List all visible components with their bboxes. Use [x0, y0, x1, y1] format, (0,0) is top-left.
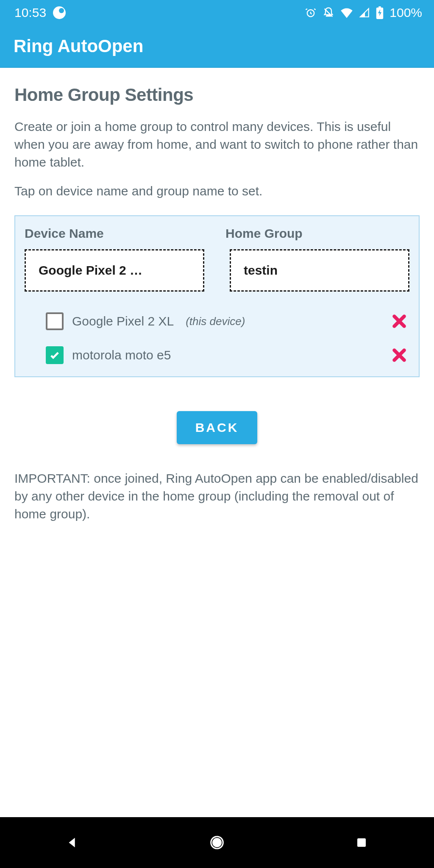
- wifi-icon: [340, 7, 353, 18]
- card-headers: Device Name Home Group: [25, 226, 409, 241]
- back-button[interactable]: BACK: [177, 411, 258, 444]
- status-right: 100%: [305, 6, 422, 20]
- device-hint: (this device): [186, 315, 245, 328]
- intro-paragraph: Create or join a home group to control m…: [14, 118, 420, 171]
- screen: 10:53 100% Ring AutoOpen Home: [0, 0, 434, 868]
- device-name: Google Pixel 2 XL: [72, 314, 174, 328]
- app-title: Ring AutoOpen: [14, 36, 143, 56]
- status-left: 10:53: [14, 6, 66, 20]
- battery-charging-icon: [376, 6, 384, 19]
- svg-point-4: [213, 839, 221, 847]
- important-note: IMPORTANT: once joined, Ring AutoOpen ap…: [14, 470, 420, 523]
- device-name: motorola moto e5: [72, 348, 171, 362]
- device-row: motorola moto e5: [25, 338, 409, 372]
- home-group-input[interactable]: testin: [230, 249, 409, 292]
- content: Home Group Settings Create or join a hom…: [0, 68, 434, 817]
- nav-back-button[interactable]: [64, 834, 81, 851]
- device-name-label: Device Name: [25, 226, 209, 241]
- alarm-icon: [305, 7, 317, 19]
- device-row: Google Pixel 2 XL (this device): [25, 304, 409, 338]
- device-checkbox[interactable]: [46, 312, 64, 330]
- page-title: Home Group Settings: [14, 85, 420, 105]
- device-list: Google Pixel 2 XL (this device) motorola…: [25, 304, 409, 372]
- home-group-label: Home Group: [225, 226, 409, 241]
- android-nav-bar: [0, 817, 434, 868]
- tap-hint: Tap on device name and group name to set…: [14, 182, 420, 200]
- svg-rect-2: [379, 6, 381, 8]
- nav-home-button[interactable]: [209, 834, 225, 851]
- device-checkbox[interactable]: [46, 346, 64, 364]
- app-status-icon: [53, 6, 66, 19]
- status-bar: 10:53 100%: [0, 0, 434, 25]
- battery-percent: 100%: [389, 6, 422, 20]
- remove-device-button[interactable]: [389, 311, 409, 331]
- back-button-wrap: BACK: [14, 411, 420, 444]
- app-bar: Ring AutoOpen: [0, 25, 434, 68]
- status-time: 10:53: [14, 6, 46, 20]
- card-inputs: Google Pixel 2 … testin: [25, 249, 409, 292]
- svg-rect-5: [357, 838, 366, 847]
- home-group-card: Device Name Home Group Google Pixel 2 … …: [14, 215, 420, 377]
- remove-device-button[interactable]: [389, 345, 409, 365]
- cell-signal-icon: [359, 7, 370, 18]
- nav-recents-button[interactable]: [353, 834, 370, 851]
- device-name-input[interactable]: Google Pixel 2 …: [25, 249, 204, 292]
- dnd-icon: [323, 7, 334, 19]
